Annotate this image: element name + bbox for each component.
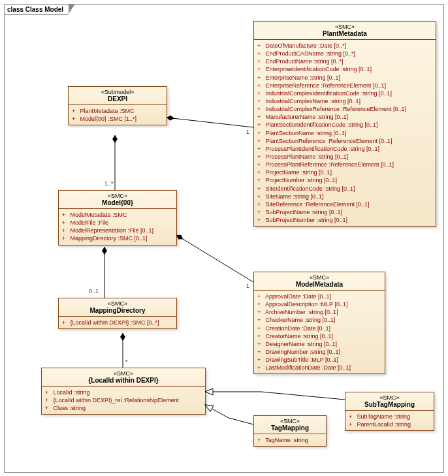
class-header: «SMC» ModelMetadata [254, 272, 385, 291]
class-attrs: + SubTagName :string+ ParentLocalId :str… [345, 411, 434, 430]
class-dexpi: «Submodel» DEXPI + PlantMetadata :SMC+ M… [68, 86, 167, 125]
stereotype: «SMC» [258, 274, 381, 281]
class-localid: «SMC» {LocalId within DEXPI} + LocalId :… [41, 368, 206, 415]
class-header: «SMC» TagMapping [254, 416, 326, 434]
mult-plantmeta: 1 [246, 129, 249, 135]
mult-modelmeta: 1 [246, 283, 249, 289]
mult-model-mapping: 0..1 [89, 288, 99, 294]
class-header: «SMC» Model{00} [59, 191, 176, 209]
class-header: «Submodel» DEXPI [69, 87, 167, 105]
class-subtagmapping: «SMC» SubTagMapping + SubTagName :string… [345, 392, 434, 431]
stereotype: «SMC» [258, 418, 322, 424]
class-name: PlantMetadata [258, 30, 432, 37]
class-plantmetadata: «SMC» PlantMetadata + DateOfManufacture … [253, 21, 436, 227]
class-attrs: + ApprovalDate :Date [0..1]+ ApprovalDes… [254, 291, 385, 373]
stereotype: «SMC» [63, 300, 172, 307]
class-model00: «SMC» Model{00} + ModelMetadata :SMC+ Mo… [58, 190, 177, 246]
class-attrs: + PlantMetadata :SMC+ Model{00} :SMC [1.… [69, 105, 167, 125]
stereotype: «Submodel» [72, 89, 163, 95]
class-attrs: + TagName :string [254, 434, 326, 446]
frame-title: class Class Model [4, 4, 69, 15]
mult-dexpi-model: 1..* [104, 180, 114, 187]
class-name: {LocalId within DEXPI} [46, 377, 201, 384]
class-tagmapping: «SMC» TagMapping + TagName :string [253, 415, 327, 447]
class-name: MappingDirectory [63, 307, 172, 314]
class-attrs: + LocalId :string+ {LocalId within DEXPI… [42, 387, 205, 414]
class-attrs: + ModelMetadata :SMC+ ModelFile :File+ M… [59, 209, 176, 245]
class-header: «SMC» SubTagMapping [345, 392, 434, 411]
class-header: «SMC» PlantMetadata [254, 22, 436, 40]
class-name: ModelMetadata [258, 281, 381, 288]
class-mappingdirectory: «SMC» MappingDirectory + {LocalId within… [58, 298, 177, 329]
stereotype: «SMC» [63, 193, 172, 199]
class-header: «SMC» MappingDirectory [59, 298, 176, 317]
class-attrs: + DateOfManufacture :Date [0..*]+ EndPro… [254, 40, 436, 226]
class-attrs: + {LocalId within DEXPI} :SMC [0..*] [59, 317, 176, 328]
stereotype: «SMC» [258, 24, 432, 30]
class-name: TagMapping [258, 424, 322, 432]
class-header: «SMC» {LocalId within DEXPI} [42, 368, 205, 387]
stereotype: «SMC» [46, 370, 201, 377]
class-name: Model{00} [63, 199, 172, 206]
class-name: DEXPI [72, 95, 163, 103]
stereotype: «SMC» [349, 394, 430, 401]
class-modelmetadata: «SMC» ModelMetadata + ApprovalDate :Date… [253, 272, 385, 374]
mult-mapping-local: * [125, 358, 128, 365]
class-name: SubTagMapping [349, 401, 430, 408]
